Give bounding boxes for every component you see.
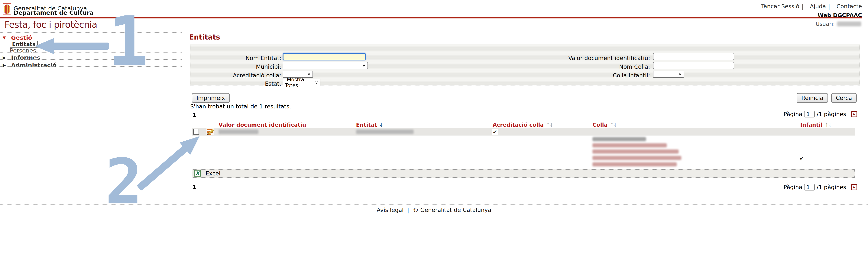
annotation-number-2: 2 (105, 151, 143, 213)
copyright-text: © Generalitat de Catalunya (413, 207, 492, 213)
sort-desc-icon[interactable]: ↓ (379, 122, 383, 128)
sidebar-section-label[interactable]: Informes (11, 54, 40, 61)
municipi-select[interactable]: ∨ (283, 62, 368, 69)
pagination-total: /1 pàgines (816, 184, 846, 191)
next-page-icon: ▶ (853, 113, 855, 116)
annotation-arrow-1 (35, 38, 109, 54)
colla-line-redacted[interactable] (592, 162, 677, 166)
nom-entitat-input[interactable] (283, 53, 366, 60)
sidebar-item-persones[interactable]: Persones (10, 47, 36, 54)
excel-icon[interactable]: X (194, 170, 200, 177)
sidebar-section-label[interactable]: Administració (11, 62, 57, 68)
chevron-down-icon: ∨ (307, 72, 311, 76)
sort-icon[interactable]: ↑↓ (610, 122, 617, 128)
logout-link[interactable]: Tancar Sessió (761, 3, 799, 9)
checkmark-icon: ✔ (493, 129, 497, 135)
help-link[interactable]: Ajuda (810, 3, 826, 9)
sidebar-item-entitats[interactable]: Entitats (10, 41, 38, 48)
acreditacio-check: ✔ (492, 129, 498, 135)
reset-button[interactable]: Reinicia (797, 93, 828, 103)
nav-separator: | (828, 3, 835, 9)
chevron-down-icon: ∨ (362, 63, 366, 68)
infantil-check-icon: ✔ (800, 156, 804, 161)
top-nav: Tancar Sessió | Ajuda | Contacte (761, 3, 862, 9)
search-form-panel: Nom Entitat: Municipi: ∨ Acreditació col… (190, 44, 860, 86)
pagination-top: Pàgina /1 pàgines ▶ (783, 111, 857, 118)
nav-separator: | (802, 3, 808, 9)
next-page-button[interactable]: ▶ (851, 111, 857, 117)
valor-document-label: Valor document identificatiu: (499, 55, 650, 61)
acreditacio-colla-label: Acreditació colla: (193, 72, 281, 79)
edit-row-icon[interactable] (207, 128, 214, 135)
user-value-redacted (837, 22, 861, 26)
pagination-label: Pàgina (783, 111, 802, 118)
column-header-label[interactable]: Entitat (356, 122, 377, 128)
page-indicator-top: 1 (192, 111, 197, 118)
contact-link[interactable]: Contacte (837, 3, 862, 9)
next-page-icon: ▶ (853, 186, 855, 189)
annotation-number-1: 1 (108, 7, 149, 75)
column-header-label[interactable]: Acreditació colla (493, 122, 544, 128)
estat-select[interactable]: -Mostra Totes- ∨ (283, 79, 320, 86)
column-header-doc[interactable]: Valor document identificatiu (218, 122, 306, 128)
pagination-bottom: Pàgina /1 pàgines ▶ (783, 184, 857, 191)
column-header-acreditacio[interactable]: Acreditació colla↑↓ (493, 122, 553, 128)
colla-infantil-select[interactable]: ∨ (653, 71, 684, 78)
colla-line-redacted[interactable] (592, 143, 667, 148)
column-header-colla[interactable]: Colla↑↓ (592, 122, 617, 128)
estat-label: Estat: (193, 81, 281, 87)
user-row: Usuari: (816, 21, 861, 27)
column-header-entitat[interactable]: Entitat↓ (356, 122, 383, 128)
footer-separator: | (407, 207, 409, 213)
valor-document-input[interactable] (653, 53, 734, 60)
arrow-head-icon (35, 38, 54, 54)
sort-icon[interactable]: ↑↓ (546, 122, 553, 128)
colla-line-redacted[interactable] (592, 156, 681, 160)
sidebar-section-informes[interactable]: ▶ Informes (3, 54, 40, 61)
nom-colla-input[interactable] (653, 62, 734, 69)
page-title: Entitats (189, 33, 220, 41)
user-label: Usuari: (816, 21, 835, 27)
sidebar-divider (0, 66, 182, 67)
page-indicator-bottom: 1 (192, 184, 197, 191)
colla-infantil-label: Colla infantil: (499, 72, 650, 79)
page-number-input[interactable] (804, 184, 815, 191)
doc-value-redacted (218, 129, 258, 134)
page-number-input[interactable] (804, 111, 815, 118)
sidebar-divider (0, 59, 182, 60)
entitat-value-redacted (356, 129, 414, 134)
sidebar-section-administracio[interactable]: ▶ Administració (3, 62, 57, 68)
pagination-label: Pàgina (783, 184, 802, 191)
table-row: − ✔ (192, 128, 855, 135)
chevron-collapsed-icon: ▶ (3, 63, 6, 68)
senyera-shield-icon (4, 4, 10, 14)
print-button[interactable]: Imprimeix (192, 93, 230, 103)
chevron-down-icon: ∨ (315, 81, 318, 85)
chevron-expanded-icon: ▼ (3, 35, 6, 40)
legal-link[interactable]: Avís legal (377, 207, 404, 213)
colla-line-redacted (592, 137, 646, 141)
column-header-label[interactable]: Colla (592, 122, 608, 128)
excel-export-link[interactable]: Excel (206, 170, 220, 177)
next-page-button[interactable]: ▶ (851, 184, 857, 190)
nom-colla-label: Nom Colla: (499, 63, 650, 70)
column-header-infantil[interactable]: Infantil↑↓ (800, 122, 832, 128)
brand-line2: Departament de Cultura (13, 9, 93, 16)
app-title: Festa, foc i pirotècnia (4, 19, 97, 30)
sidebar-section-label[interactable]: Gestió (11, 34, 32, 41)
chevron-down-icon: ∨ (678, 72, 682, 76)
municipi-label: Municipi: (193, 63, 281, 70)
sidebar-divider (0, 32, 182, 33)
estat-select-value: -Mostra Totes- (285, 76, 315, 88)
nom-entitat-label: Nom Entitat: (193, 55, 281, 61)
column-header-label[interactable]: Infantil (800, 122, 823, 128)
generalitat-logo (3, 3, 11, 15)
colla-line-redacted[interactable] (592, 150, 679, 154)
search-button[interactable]: Cerca (831, 93, 857, 103)
pagination-total: /1 pàgines (816, 111, 846, 118)
excel-export-bar: X Excel (192, 169, 855, 178)
results-table: Valor document identificatiu Entitat↓ Ac… (192, 121, 855, 179)
form-actions: Reinicia Cerca (797, 93, 857, 103)
sort-icon[interactable]: ↑↓ (825, 122, 832, 128)
sidebar-section-gestio[interactable]: ▼ Gestió (3, 34, 32, 41)
